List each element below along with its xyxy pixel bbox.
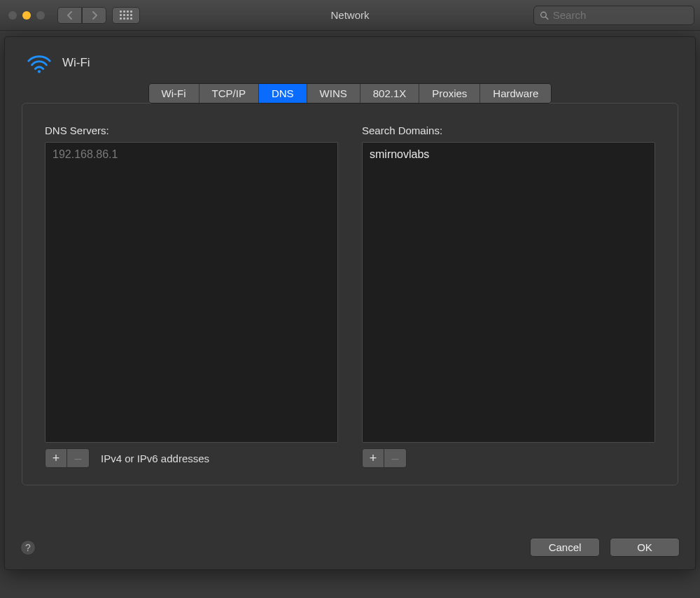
- tabs: Wi-FiTCP/IPDNSWINS802.1XProxiesHardware: [22, 83, 678, 104]
- nav-buttons: [57, 7, 106, 24]
- dns-servers-pm: + –: [45, 448, 90, 468]
- title-bar: Network: [0, 0, 700, 31]
- show-all-button[interactable]: [112, 7, 140, 24]
- close-window-button[interactable]: [8, 11, 17, 20]
- back-button[interactable]: [57, 7, 82, 24]
- preferences-window: Network Wi-Fi Wi-FiTCP/IPDNSWINS802.1XPr…: [0, 0, 700, 598]
- tab-wifi[interactable]: Wi-Fi: [149, 84, 200, 103]
- search-domain-item[interactable]: smirnovlabs: [370, 147, 648, 162]
- wifi-icon: [26, 52, 52, 73]
- search-domains-pm: + –: [362, 448, 407, 468]
- grid-icon: [120, 10, 132, 20]
- remove-search-domain-button[interactable]: –: [384, 448, 407, 468]
- tab-dns[interactable]: DNS: [259, 84, 307, 103]
- window-controls: [8, 11, 45, 20]
- interface-name: Wi-Fi: [62, 56, 90, 70]
- search-domains-label: Search Domains:: [362, 124, 655, 136]
- ok-button[interactable]: OK: [610, 538, 680, 557]
- forward-button[interactable]: [82, 7, 106, 24]
- search-domains-list[interactable]: smirnovlabs: [362, 142, 655, 443]
- tab-bar: Wi-FiTCP/IPDNSWINS802.1XProxiesHardware: [148, 83, 552, 104]
- dns-server-item[interactable]: 192.168.86.1: [52, 147, 330, 162]
- dns-servers-list[interactable]: 192.168.86.1: [45, 142, 338, 443]
- search-input[interactable]: [553, 9, 688, 21]
- tab-8021x[interactable]: 802.1X: [360, 84, 420, 103]
- search-domains-column: Search Domains: smirnovlabs + –: [362, 124, 655, 468]
- help-button[interactable]: ?: [20, 540, 36, 555]
- tab-tcpip[interactable]: TCP/IP: [200, 84, 259, 103]
- interface-header: Wi-Fi: [22, 50, 678, 83]
- dns-pane: DNS Servers: 192.168.86.1 + – IPv4 or IP…: [22, 103, 678, 485]
- cancel-button[interactable]: Cancel: [530, 538, 600, 557]
- dns-servers-label: DNS Servers:: [45, 124, 338, 136]
- search-field[interactable]: [533, 6, 694, 25]
- svg-point-2: [38, 70, 41, 73]
- add-dns-server-button[interactable]: +: [45, 448, 67, 468]
- remove-dns-server-button[interactable]: –: [67, 448, 90, 468]
- minimize-window-button[interactable]: [22, 11, 31, 20]
- add-search-domain-button[interactable]: +: [362, 448, 384, 468]
- tab-wins[interactable]: WINS: [307, 84, 360, 103]
- sheet-footer: ? Cancel OK: [20, 538, 680, 557]
- svg-line-1: [545, 17, 547, 19]
- dns-servers-column: DNS Servers: 192.168.86.1 + – IPv4 or IP…: [45, 124, 338, 468]
- zoom-window-button[interactable]: [36, 11, 45, 20]
- tab-hardware[interactable]: Hardware: [480, 84, 551, 103]
- advanced-sheet: Wi-Fi Wi-FiTCP/IPDNSWINS802.1XProxiesHar…: [4, 36, 696, 570]
- search-icon: [540, 10, 549, 20]
- dns-servers-hint: IPv4 or IPv6 addresses: [101, 453, 209, 464]
- tab-proxies[interactable]: Proxies: [419, 84, 480, 103]
